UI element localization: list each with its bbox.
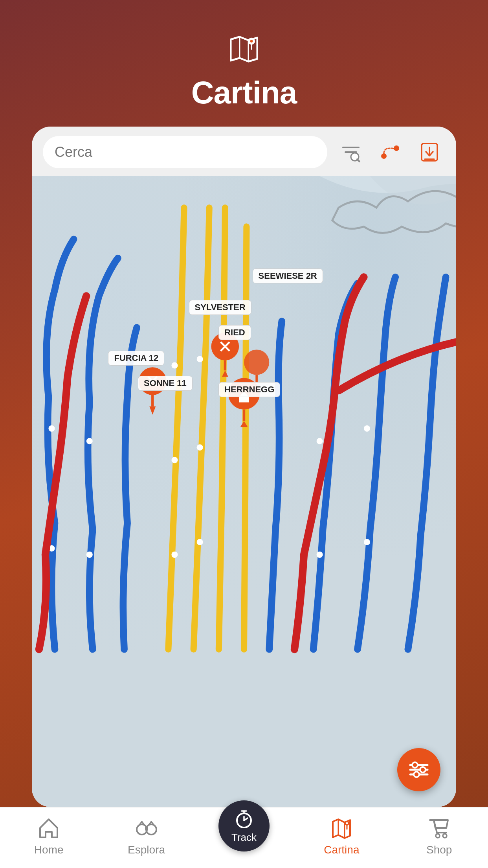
- svg-point-43: [414, 772, 419, 777]
- svg-point-42: [420, 767, 426, 772]
- map-pin-icon: [226, 31, 262, 67]
- svg-point-18: [197, 356, 203, 362]
- bottom-nav: Home Esplora Track: [0, 807, 488, 868]
- cart-icon: [427, 815, 452, 840]
- svg-point-13: [171, 552, 178, 558]
- home-icon: [36, 815, 61, 840]
- nav-item-shop[interactable]: Shop: [408, 815, 471, 856]
- svg-point-14: [197, 539, 203, 545]
- track-button[interactable]: Track: [218, 800, 270, 851]
- filter-search-button[interactable]: [335, 136, 367, 168]
- nav-home-label: Home: [34, 844, 64, 856]
- svg-marker-30: [149, 406, 156, 415]
- sliders-icon: [407, 758, 431, 782]
- svg-point-24: [317, 438, 323, 444]
- nav-item-track[interactable]: Track: [213, 820, 275, 851]
- nav-cartina-label: Cartina: [324, 844, 359, 856]
- search-bar-container: [32, 127, 456, 176]
- nav-shop-label: Shop: [426, 844, 452, 856]
- svg-point-56: [436, 834, 440, 838]
- nav-item-cartina[interactable]: Cartina: [310, 815, 373, 856]
- nav-item-home[interactable]: Home: [17, 815, 80, 856]
- map-container[interactable]: FURCIA 12 SONNE 11 SYLVESTER RIED SEEWIE…: [32, 176, 456, 807]
- svg-point-8: [381, 153, 387, 159]
- filter-fab-button[interactable]: [397, 748, 440, 791]
- search-wrapper[interactable]: [43, 136, 327, 168]
- page-title: Cartina: [191, 75, 297, 111]
- svg-point-20: [48, 425, 55, 432]
- svg-point-21: [86, 552, 93, 558]
- download-button[interactable]: [414, 136, 445, 168]
- svg-point-41: [412, 762, 418, 768]
- svg-line-7: [357, 159, 360, 162]
- svg-point-17: [171, 362, 178, 368]
- search-input[interactable]: [55, 144, 316, 160]
- route-button[interactable]: [374, 136, 406, 168]
- cartina-map-icon: [329, 815, 354, 840]
- svg-point-55: [346, 822, 348, 824]
- svg-point-35: [244, 349, 269, 375]
- stopwatch-icon: [233, 809, 255, 830]
- svg-point-25: [364, 539, 370, 545]
- map-svg: [32, 176, 456, 807]
- nav-esplora-label: Esplora: [128, 844, 165, 856]
- ski-map[interactable]: FURCIA 12 SONNE 11 SYLVESTER RIED SEEWIE…: [32, 176, 456, 807]
- svg-point-16: [197, 444, 203, 451]
- main-card: FURCIA 12 SONNE 11 SYLVESTER RIED SEEWIE…: [32, 127, 456, 807]
- svg-point-3: [250, 40, 253, 42]
- svg-rect-46: [145, 826, 148, 830]
- svg-point-15: [171, 457, 178, 463]
- svg-point-26: [364, 425, 370, 432]
- svg-point-23: [317, 552, 323, 558]
- svg-point-22: [86, 438, 93, 444]
- header: Cartina: [191, 0, 297, 111]
- svg-point-57: [443, 834, 447, 838]
- nav-item-esplora[interactable]: Esplora: [115, 815, 178, 856]
- binoculars-icon: [134, 815, 159, 840]
- track-button-label: Track: [231, 831, 257, 844]
